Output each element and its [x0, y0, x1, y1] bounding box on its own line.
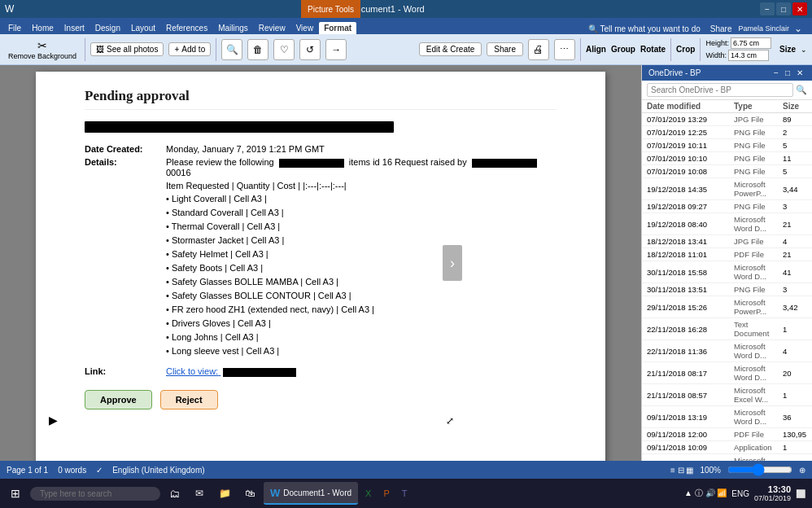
expand-size-icon[interactable]: ⌄	[801, 46, 807, 54]
status-bar: Page 1 of 1 0 words ✓ English (United Ki…	[0, 461, 812, 479]
rp-file-item[interactable]: 30/11/2018 15:58Microsoft Word D...41	[642, 261, 812, 283]
zoom-btn[interactable]: 🔍	[221, 39, 242, 60]
taskbar-app-explorer[interactable]: 📁	[213, 482, 236, 505]
reject-button[interactable]: Reject	[160, 390, 218, 409]
crop-btn[interactable]: Crop	[676, 45, 695, 54]
rp-file-item[interactable]: 09/11/2018 12:00PDF File130,95	[642, 428, 812, 441]
tab-insert[interactable]: Insert	[59, 22, 89, 34]
rp-file-item[interactable]: 18/12/2018 13:41JPG File4	[642, 235, 812, 248]
tab-references[interactable]: References	[161, 22, 212, 34]
tab-view[interactable]: View	[291, 22, 319, 34]
redo-btn[interactable]: →	[325, 39, 347, 60]
undo-btn[interactable]: ↺	[299, 39, 321, 60]
task-view-btn[interactable]: 🗂	[163, 482, 186, 505]
taskbar-app-edge[interactable]: ✉	[188, 482, 211, 505]
windows-start-btn[interactable]: ⊞	[3, 482, 28, 505]
rp-file-item[interactable]: 07/01/2019 12:25PNG File2	[642, 126, 812, 139]
rp-file-item[interactable]: 30/11/2018 13:51PNG File3	[642, 283, 812, 296]
language-indicator[interactable]: ENG	[731, 489, 749, 498]
taskbar-app-store[interactable]: 🛍	[238, 482, 261, 505]
tab-design[interactable]: Design	[90, 22, 125, 34]
taskbar-teams-btn[interactable]: T	[397, 482, 413, 505]
restore-btn[interactable]: □	[776, 2, 791, 15]
rp-file-item[interactable]: 07/01/2019 10:10PNG File11	[642, 152, 812, 165]
rp-file-item[interactable]: 18/12/2018 11:01PDF File21	[642, 248, 812, 261]
share-btn-header[interactable]: Share	[710, 24, 732, 33]
share-btn[interactable]: Share	[487, 42, 523, 56]
action-center-icon[interactable]: ⬜	[796, 489, 805, 498]
rp-file-item[interactable]: 21/11/2018 08:57Microsoft Excel W...1	[642, 384, 812, 406]
print-btn[interactable]: 🖨	[528, 39, 549, 60]
rp-file-item[interactable]: 07/01/2019 13:29JPG File89	[642, 113, 812, 126]
tab-layout[interactable]: Layout	[126, 22, 160, 34]
approve-button[interactable]: Approve	[85, 390, 152, 409]
file-type: Microsoft Word D...	[734, 364, 783, 382]
teams-icon-taskbar: T	[402, 488, 408, 498]
see-all-photos-btn[interactable]: 🖼 See all photos	[90, 42, 164, 56]
minimize-btn[interactable]: −	[760, 2, 775, 15]
tray-icons[interactable]: ▲ ⓘ 🔊 📶	[684, 488, 727, 499]
add-to-btn[interactable]: + Add to	[168, 42, 211, 56]
layout-icons[interactable]: ≡ ⊟ ▦	[670, 466, 693, 475]
taskbar-excel-btn[interactable]: X	[360, 482, 376, 505]
language: English (United Kingdom)	[112, 466, 204, 475]
file-date: 30/11/2018 13:51	[647, 285, 734, 294]
expand-ribbon-icon[interactable]: ⌄	[794, 23, 802, 34]
taskbar-ppt-btn[interactable]: P	[378, 482, 394, 505]
tab-mailings[interactable]: Mailings	[213, 22, 253, 34]
list-item: • Long Johns | Cell A3 |	[166, 331, 557, 344]
play-btn[interactable]: ▶	[49, 414, 58, 427]
zoom-slider[interactable]	[727, 463, 792, 476]
height-input[interactable]	[731, 37, 771, 49]
edit-create-btn[interactable]: Edit & Create	[419, 42, 482, 56]
rp-file-item[interactable]: 22/11/2018 11:36Microsoft Word D...4	[642, 340, 812, 362]
zoom-in-icon[interactable]: ⊕	[799, 466, 805, 475]
expand-icon[interactable]: ⤢	[446, 415, 454, 427]
link-text[interactable]: Click to view:	[166, 366, 296, 377]
tab-file[interactable]: File	[3, 22, 26, 34]
close-btn[interactable]: ✕	[792, 2, 807, 15]
rp-file-item[interactable]: 09/11/2018 10:09Application1	[642, 441, 812, 454]
action-buttons: Approve Reject	[85, 390, 557, 409]
page-header: Pending approval	[85, 88, 557, 110]
rp-minimize[interactable]: −	[771, 68, 781, 77]
document-area: › Pending approval Date Created: Monday,…	[0, 65, 641, 461]
rp-file-item[interactable]: 29/11/2018 15:26Microsoft PowerP...3,42	[642, 296, 812, 318]
clock[interactable]: 13:30 07/01/2019	[754, 484, 791, 502]
tab-format[interactable]: Format	[319, 22, 356, 34]
clock-time: 13:30	[754, 484, 791, 494]
favorite-btn[interactable]: ♡	[273, 39, 295, 60]
rp-file-item[interactable]: 09/11/2018 13:19Microsoft Word D...36	[642, 406, 812, 428]
rp-file-item[interactable]: 22/11/2018 16:28Text Document1	[642, 318, 812, 340]
link-label: Link:	[85, 366, 166, 376]
rp-file-item[interactable]: 21/11/2018 08:17Microsoft Word D...20	[642, 362, 812, 384]
more-btn[interactable]: ⋯	[554, 39, 575, 60]
rp-search-icon[interactable]: 🔍	[796, 85, 807, 95]
file-type: Microsoft Word D...	[734, 342, 783, 360]
nav-arrow-right[interactable]: ›	[443, 245, 462, 281]
file-size: 11	[783, 154, 807, 163]
rp-file-item[interactable]: 19/12/2018 09:27PNG File3	[642, 200, 812, 213]
delete-btn[interactable]: 🗑	[247, 39, 268, 60]
rp-restore[interactable]: □	[783, 68, 792, 77]
taskbar-word-btn[interactable]: W Document1 - Word	[264, 482, 358, 505]
rp-file-item[interactable]: 19/12/2018 14:35Microsoft PowerP...3,44	[642, 178, 812, 200]
rp-file-item[interactable]: 19/12/2018 08:40Microsoft Word D...21	[642, 213, 812, 235]
rp-file-item[interactable]: 07/01/2019 10:11PNG File5	[642, 139, 812, 152]
rp-file-item[interactable]: 07/01/2019 10:08PNG File5	[642, 165, 812, 178]
app-wrapper: W Picture Tools Document1 - Word − □ ✕ F…	[0, 0, 812, 508]
taskbar-search[interactable]	[30, 487, 160, 501]
request-id: 00016	[166, 168, 191, 177]
rp-file-item[interactable]: 30/10/2018 09:23Microsoft Word D...1	[642, 454, 812, 461]
file-type: JPG File	[734, 237, 783, 246]
tell-me-field[interactable]: 🔍 Tell me what you want to do	[588, 24, 701, 33]
width-input[interactable]	[728, 50, 769, 61]
rp-search-input[interactable]	[647, 83, 793, 97]
remove-background-btn[interactable]: ✂ Remove Background	[5, 37, 80, 62]
details-value: Please review the following items id 16 …	[166, 157, 557, 177]
tab-home[interactable]: Home	[27, 22, 59, 34]
document-page: Pending approval Date Created: Monday, J…	[36, 72, 605, 461]
file-type: Microsoft Excel W...	[734, 386, 783, 404]
tab-review[interactable]: Review	[254, 22, 290, 34]
rp-close[interactable]: ✕	[794, 68, 805, 77]
